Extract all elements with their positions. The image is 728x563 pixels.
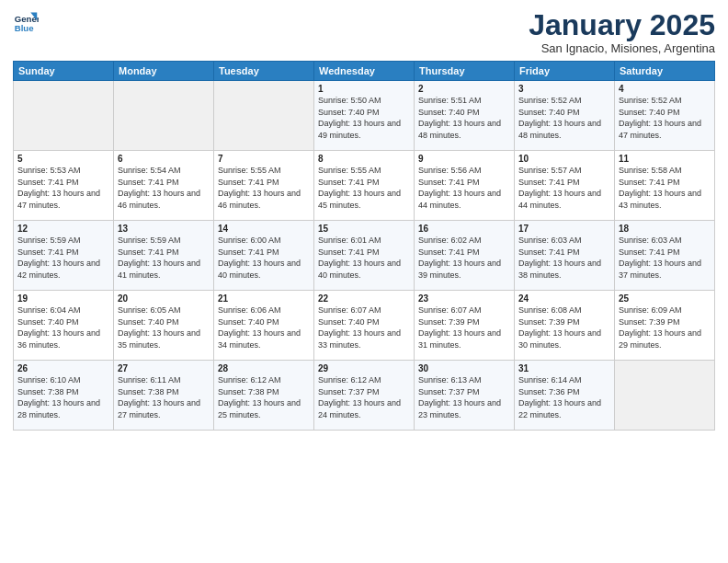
day-info: Sunrise: 6:02 AMSunset: 7:41 PMDaylight:… — [418, 236, 501, 280]
logo-icon: General Blue — [13, 9, 39, 35]
day-info: Sunrise: 5:58 AMSunset: 7:41 PMDaylight:… — [619, 166, 701, 210]
header-row: Sunday Monday Tuesday Wednesday Thursday… — [14, 62, 715, 81]
col-thursday: Thursday — [415, 62, 515, 81]
calendar-cell: 9Sunrise: 5:56 AMSunset: 7:41 PMDaylight… — [415, 151, 515, 221]
day-info: Sunrise: 6:00 AMSunset: 7:41 PMDaylight:… — [218, 236, 301, 280]
day-info: Sunrise: 6:03 AMSunset: 7:41 PMDaylight:… — [518, 236, 601, 280]
day-number: 19 — [17, 293, 109, 304]
day-number: 6 — [118, 154, 210, 164]
calendar-cell: 12Sunrise: 5:59 AMSunset: 7:41 PMDayligh… — [14, 221, 114, 291]
day-number: 11 — [619, 154, 711, 164]
col-tuesday: Tuesday — [214, 62, 314, 81]
calendar-week-1: 5Sunrise: 5:53 AMSunset: 7:41 PMDaylight… — [14, 151, 715, 221]
day-number: 30 — [418, 363, 510, 373]
calendar-cell: 13Sunrise: 5:59 AMSunset: 7:41 PMDayligh… — [114, 221, 214, 291]
day-info: Sunrise: 6:12 AMSunset: 7:38 PMDaylight:… — [218, 375, 301, 419]
calendar-cell: 30Sunrise: 6:13 AMSunset: 7:37 PMDayligh… — [415, 361, 515, 431]
calendar-cell: 21Sunrise: 6:06 AMSunset: 7:40 PMDayligh… — [214, 291, 314, 361]
day-number: 1 — [318, 84, 410, 94]
day-info: Sunrise: 6:05 AMSunset: 7:40 PMDaylight:… — [118, 305, 200, 350]
calendar-week-3: 19Sunrise: 6:04 AMSunset: 7:40 PMDayligh… — [14, 291, 715, 361]
calendar-cell — [214, 81, 314, 151]
calendar-cell: 10Sunrise: 5:57 AMSunset: 7:41 PMDayligh… — [515, 151, 615, 221]
day-number: 13 — [118, 224, 210, 234]
calendar-cell: 18Sunrise: 6:03 AMSunset: 7:41 PMDayligh… — [615, 221, 715, 291]
day-number: 2 — [418, 84, 510, 94]
day-number: 9 — [418, 154, 510, 164]
calendar-cell: 1Sunrise: 5:50 AMSunset: 7:40 PMDaylight… — [314, 81, 415, 151]
day-info: Sunrise: 6:12 AMSunset: 7:37 PMDaylight:… — [318, 375, 401, 419]
day-info: Sunrise: 5:52 AMSunset: 7:40 PMDaylight:… — [518, 96, 601, 140]
calendar-cell: 15Sunrise: 6:01 AMSunset: 7:41 PMDayligh… — [314, 221, 415, 291]
day-number: 22 — [318, 293, 410, 304]
day-info: Sunrise: 6:14 AMSunset: 7:36 PMDaylight:… — [518, 375, 601, 419]
calendar-cell: 6Sunrise: 5:54 AMSunset: 7:41 PMDaylight… — [114, 151, 214, 221]
day-number: 3 — [518, 84, 610, 94]
day-info: Sunrise: 5:51 AMSunset: 7:40 PMDaylight:… — [418, 96, 501, 140]
day-info: Sunrise: 6:01 AMSunset: 7:41 PMDaylight:… — [318, 236, 401, 280]
calendar-cell: 26Sunrise: 6:10 AMSunset: 7:38 PMDayligh… — [14, 361, 114, 431]
day-info: Sunrise: 5:57 AMSunset: 7:41 PMDaylight:… — [518, 166, 601, 210]
header: General Blue January 2025 San Ignacio, M… — [13, 9, 715, 55]
day-number: 23 — [418, 293, 510, 304]
calendar-cell: 11Sunrise: 5:58 AMSunset: 7:41 PMDayligh… — [615, 151, 715, 221]
day-info: Sunrise: 6:09 AMSunset: 7:39 PMDaylight:… — [619, 305, 701, 350]
day-number: 27 — [118, 363, 210, 373]
col-monday: Monday — [114, 62, 214, 81]
calendar-cell: 29Sunrise: 6:12 AMSunset: 7:37 PMDayligh… — [314, 361, 415, 431]
calendar-cell: 14Sunrise: 6:00 AMSunset: 7:41 PMDayligh… — [214, 221, 314, 291]
calendar-week-0: 1Sunrise: 5:50 AMSunset: 7:40 PMDaylight… — [14, 81, 715, 151]
day-number: 26 — [17, 363, 109, 373]
calendar-cell: 24Sunrise: 6:08 AMSunset: 7:39 PMDayligh… — [515, 291, 615, 361]
calendar-cell — [114, 81, 214, 151]
day-number: 31 — [518, 363, 610, 373]
day-number: 4 — [619, 84, 711, 94]
col-saturday: Saturday — [615, 62, 715, 81]
day-number: 28 — [218, 363, 310, 373]
calendar-cell: 8Sunrise: 5:55 AMSunset: 7:41 PMDaylight… — [314, 151, 415, 221]
day-number: 14 — [218, 224, 310, 234]
day-number: 18 — [619, 224, 711, 234]
day-number: 16 — [418, 224, 510, 234]
day-info: Sunrise: 6:04 AMSunset: 7:40 PMDaylight:… — [17, 305, 100, 350]
month-title: January 2025 — [529, 9, 715, 41]
day-number: 20 — [118, 293, 210, 304]
calendar-cell: 19Sunrise: 6:04 AMSunset: 7:40 PMDayligh… — [14, 291, 114, 361]
day-info: Sunrise: 5:56 AMSunset: 7:41 PMDaylight:… — [418, 166, 501, 210]
calendar-cell: 25Sunrise: 6:09 AMSunset: 7:39 PMDayligh… — [615, 291, 715, 361]
day-number: 17 — [518, 224, 610, 234]
col-friday: Friday — [515, 62, 615, 81]
page-container: General Blue January 2025 San Ignacio, M… — [0, 0, 728, 438]
calendar-week-2: 12Sunrise: 5:59 AMSunset: 7:41 PMDayligh… — [14, 221, 715, 291]
calendar-cell: 27Sunrise: 6:11 AMSunset: 7:38 PMDayligh… — [114, 361, 214, 431]
calendar-cell: 22Sunrise: 6:07 AMSunset: 7:40 PMDayligh… — [314, 291, 415, 361]
day-number: 7 — [218, 154, 310, 164]
day-number: 24 — [518, 293, 610, 304]
day-info: Sunrise: 5:59 AMSunset: 7:41 PMDaylight:… — [17, 236, 100, 280]
day-number: 8 — [318, 154, 410, 164]
calendar-cell: 20Sunrise: 6:05 AMSunset: 7:40 PMDayligh… — [114, 291, 214, 361]
title-block: January 2025 San Ignacio, Misiones, Arge… — [529, 9, 715, 55]
day-info: Sunrise: 5:50 AMSunset: 7:40 PMDaylight:… — [318, 96, 401, 140]
calendar-cell: 16Sunrise: 6:02 AMSunset: 7:41 PMDayligh… — [415, 221, 515, 291]
col-sunday: Sunday — [14, 62, 114, 81]
day-info: Sunrise: 6:11 AMSunset: 7:38 PMDaylight:… — [118, 375, 200, 419]
calendar-cell: 3Sunrise: 5:52 AMSunset: 7:40 PMDaylight… — [515, 81, 615, 151]
subtitle: San Ignacio, Misiones, Argentina — [529, 41, 715, 55]
calendar-cell: 2Sunrise: 5:51 AMSunset: 7:40 PMDaylight… — [415, 81, 515, 151]
calendar-cell — [615, 361, 715, 431]
calendar-week-4: 26Sunrise: 6:10 AMSunset: 7:38 PMDayligh… — [14, 361, 715, 431]
day-info: Sunrise: 5:55 AMSunset: 7:41 PMDaylight:… — [318, 166, 401, 210]
calendar-cell: 17Sunrise: 6:03 AMSunset: 7:41 PMDayligh… — [515, 221, 615, 291]
day-info: Sunrise: 5:53 AMSunset: 7:41 PMDaylight:… — [17, 166, 100, 210]
day-info: Sunrise: 6:13 AMSunset: 7:37 PMDaylight:… — [418, 375, 501, 419]
day-number: 10 — [518, 154, 610, 164]
day-number: 25 — [619, 293, 711, 304]
col-wednesday: Wednesday — [314, 62, 415, 81]
calendar-cell: 31Sunrise: 6:14 AMSunset: 7:36 PMDayligh… — [515, 361, 615, 431]
day-number: 29 — [318, 363, 410, 373]
day-info: Sunrise: 5:59 AMSunset: 7:41 PMDaylight:… — [118, 236, 200, 280]
day-number: 15 — [318, 224, 410, 234]
logo: General Blue — [13, 9, 39, 35]
day-number: 12 — [17, 224, 109, 234]
